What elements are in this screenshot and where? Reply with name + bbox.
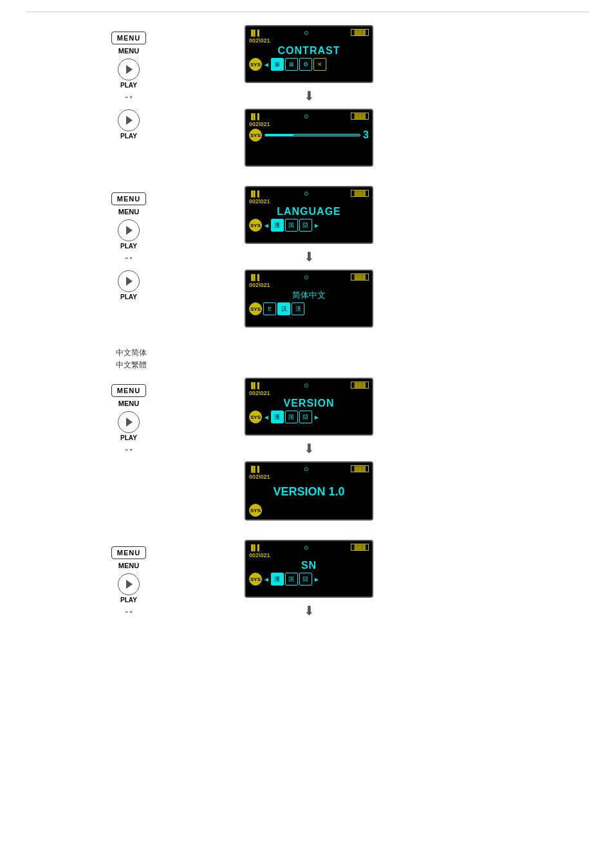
down-arrow-icon: ⬇ bbox=[304, 88, 315, 104]
menu-icon-lang-hk[interactable]: 漢 bbox=[292, 302, 304, 315]
center-icon-lang-2: ⊙ bbox=[304, 274, 309, 281]
menu-icon-2[interactable]: ⊠ bbox=[285, 58, 298, 71]
battery-icon: ▓▓▓ bbox=[351, 29, 369, 36]
btn-group-version: MENU MENU PLAY “ ” bbox=[111, 384, 146, 458]
sys-badge-sn: SYS bbox=[249, 573, 262, 586]
center-icon-sn: ⊙ bbox=[304, 544, 309, 551]
screens-sn: ▐▌▌ ⊙ ▓▓▓ 002\021 SN SYS ◄ 漢 国 囧 ► ⬇ bbox=[232, 540, 588, 618]
signal-icon-lang-2: ▐▌▌ bbox=[249, 274, 261, 281]
section-version: MENU MENU PLAY “ ” ▐▌▌ ⊙ ▓▓▓ 002\021 V bbox=[26, 378, 588, 521]
btn-group-contrast: MENU MENU PLAY “ ” PLAY bbox=[111, 32, 146, 140]
menu-icon-4[interactable]: ✕ bbox=[313, 58, 326, 71]
screen-version-text: VERSION 1.0 bbox=[249, 485, 369, 499]
battery-icon-ver: ▓▓▓ bbox=[351, 382, 369, 389]
menu-icon-sn-2[interactable]: 国 bbox=[285, 573, 298, 586]
menu-icon-sn-3[interactable]: 囧 bbox=[299, 573, 312, 586]
play-label-1: PLAY bbox=[120, 82, 137, 89]
screen-title-ver: VERSION bbox=[249, 398, 369, 409]
left-arrow-lang: ◄ bbox=[263, 222, 270, 229]
section-contrast: MENU MENU PLAY “ ” PLAY ▐▌ bbox=[26, 25, 588, 167]
menu-label-4: MENU bbox=[118, 562, 139, 569]
screen-lang-text: 简体中文 bbox=[249, 290, 369, 301]
center-icon: ⊙ bbox=[304, 30, 309, 36]
screen-id-lang-2: 002\021 bbox=[249, 282, 369, 288]
play-button-4-wrap: PLAY bbox=[118, 270, 140, 300]
play-button-5[interactable] bbox=[118, 411, 140, 433]
down-arrow-icon-3: ⬇ bbox=[304, 441, 315, 456]
play-label-3: PLAY bbox=[120, 243, 137, 250]
contrast-value: 3 bbox=[363, 129, 369, 141]
instruction-language: MENU MENU PLAY “ ” PLAY bbox=[26, 186, 232, 300]
btn-group-language: MENU MENU PLAY “ ” PLAY bbox=[111, 192, 146, 300]
menu-icon-3[interactable]: ⚙ bbox=[299, 58, 312, 71]
play-button-1[interactable] bbox=[118, 59, 140, 80]
screen-title-lang: LANGUAGE bbox=[249, 206, 369, 217]
menu-icon-sn-1[interactable]: 漢 bbox=[271, 573, 284, 586]
signal-icon: ▐▌▌ bbox=[249, 30, 261, 36]
screen-language-value: ▐▌▌ ⊙ ▓▓▓ 002\021 简体中文 SYS E 汉 漢 bbox=[245, 270, 373, 328]
language-notes: 中文简体 中文繁體 bbox=[116, 347, 588, 371]
left-arrow-sn: ◄ bbox=[263, 576, 270, 583]
battery-icon-sn: ▓▓▓ bbox=[351, 544, 369, 551]
menu-icon-ver-3[interactable]: 囧 bbox=[299, 411, 312, 423]
play-button-5-wrap: PLAY bbox=[118, 411, 140, 441]
screen-menu-row-lang-2: SYS E 汉 漢 bbox=[249, 302, 369, 315]
battery-icon-lang-2: ▓▓▓ bbox=[351, 273, 369, 281]
menu-button-wrap-3: MENU MENU bbox=[111, 384, 146, 407]
screen-device-id: 002\021 bbox=[249, 37, 369, 44]
screens-language: ▐▌▌ ⊙ ▓▓▓ 002\021 LANGUAGE SYS ◄ 漢 国 囧 ►… bbox=[232, 186, 588, 328]
play-button-3-wrap: PLAY bbox=[118, 219, 140, 250]
screens-version: ▐▌▌ ⊙ ▓▓▓ 002\021 VERSION SYS ◄ 漢 国 囧 ► … bbox=[232, 378, 588, 521]
down-arrow-icon-4: ⬇ bbox=[304, 603, 315, 618]
quote-text-1: “ ” bbox=[126, 95, 132, 103]
play-button-2[interactable] bbox=[118, 109, 140, 131]
menu-icon-lang-2[interactable]: 国 bbox=[285, 219, 298, 232]
contrast-fill bbox=[265, 134, 293, 136]
screen-contrast-menu: ▐▌▌ ⊙ ▓▓▓ 002\021 CONTRAST SYS ◄ ⊞ ⊠ ⚙ ✕ bbox=[245, 25, 373, 83]
battery-icon-lang: ▓▓▓ bbox=[351, 190, 369, 197]
btn-group-sn: MENU MENU PLAY “ ” bbox=[111, 546, 146, 620]
right-arrow-sn: ► bbox=[313, 576, 320, 583]
screen-menu-row: SYS ◄ ⊞ ⊠ ⚙ ✕ bbox=[249, 58, 369, 71]
screen-menu-row-sn: SYS ◄ 漢 国 囧 ► bbox=[249, 573, 369, 586]
menu-icon-lang-e[interactable]: E bbox=[263, 302, 276, 315]
note-traditional: 中文繁體 bbox=[116, 359, 588, 371]
down-arrow-icon-2: ⬇ bbox=[304, 249, 315, 264]
menu-icon-lang-3[interactable]: 囧 bbox=[299, 219, 312, 232]
play-button-6[interactable] bbox=[118, 573, 140, 595]
center-icon-ver: ⊙ bbox=[304, 382, 309, 389]
menu-button-4[interactable]: MENU bbox=[111, 546, 146, 559]
signal-icon-sn: ▐▌▌ bbox=[249, 544, 261, 551]
contrast-slider[interactable] bbox=[265, 134, 360, 136]
menu-button-wrap-2: MENU MENU bbox=[111, 192, 146, 216]
menu-button-2[interactable]: MENU bbox=[111, 192, 146, 205]
screen-language-menu: ▐▌▌ ⊙ ▓▓▓ 002\021 LANGUAGE SYS ◄ 漢 国 囧 ► bbox=[245, 186, 373, 244]
quote-text-3: “ ” bbox=[126, 448, 132, 456]
play-button-3[interactable] bbox=[118, 219, 140, 241]
menu-button-3[interactable]: MENU bbox=[111, 384, 146, 397]
top-bar-lang: ▐▌▌ ⊙ ▓▓▓ bbox=[249, 190, 369, 197]
menu-icon-lang-1[interactable]: 漢 bbox=[271, 219, 284, 232]
menu-icon-1[interactable]: ⊞ bbox=[271, 58, 284, 71]
menu-button[interactable]: MENU bbox=[111, 32, 146, 44]
section-sn: MENU MENU PLAY “ ” ▐▌▌ ⊙ ▓▓▓ 002\021 S bbox=[26, 540, 588, 620]
screen-id-ver: 002\021 bbox=[249, 390, 369, 396]
menu-button-wrap-4: MENU MENU bbox=[111, 546, 146, 569]
menu-icon-lang-zh[interactable]: 汉 bbox=[277, 302, 290, 315]
top-bar-ver-2: ▐▌▌ ⊙ ▓▓▓ bbox=[249, 465, 369, 472]
right-arrow-lang: ► bbox=[313, 222, 320, 229]
screen-version-menu: ▐▌▌ ⊙ ▓▓▓ 002\021 VERSION SYS ◄ 漢 国 囧 ► bbox=[245, 378, 373, 436]
sys-badge-lang-2: SYS bbox=[249, 302, 262, 315]
menu-icon-ver-2[interactable]: 国 bbox=[285, 411, 298, 423]
page-content: MENU MENU PLAY “ ” PLAY ▐▌ bbox=[0, 12, 614, 652]
signal-icon-2: ▐▌▌ bbox=[249, 113, 261, 120]
menu-icon-ver-1[interactable]: 漢 bbox=[271, 411, 284, 423]
play-button-4[interactable] bbox=[118, 270, 140, 292]
sys-badge-ver-2: SYS bbox=[249, 504, 262, 517]
play-label-5: PLAY bbox=[120, 434, 137, 441]
battery-icon-2: ▓▓▓ bbox=[351, 113, 369, 120]
top-bar-sn: ▐▌▌ ⊙ ▓▓▓ bbox=[249, 544, 369, 551]
top-bar-2: ▐▌▌ ⊙ ▓▓▓ bbox=[249, 113, 369, 120]
down-arrow-2: ⬇ bbox=[245, 249, 373, 264]
play-button-1-wrap: PLAY bbox=[118, 59, 140, 89]
